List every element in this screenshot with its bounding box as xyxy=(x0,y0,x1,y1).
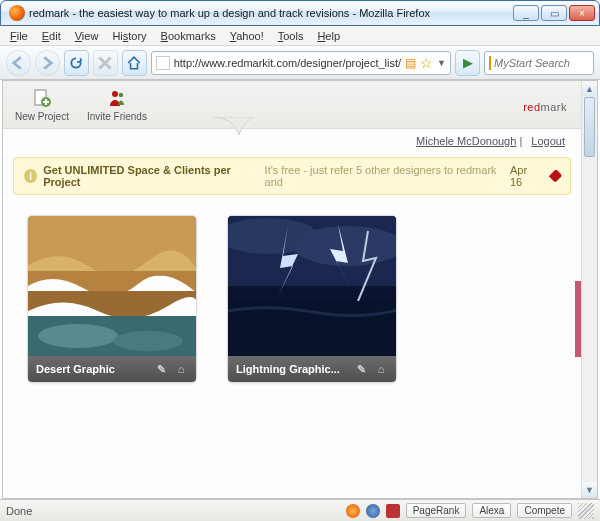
share-icon[interactable]: ⌂ xyxy=(174,362,188,376)
project-title: Desert Graphic xyxy=(36,363,115,375)
menu-edit[interactable]: Edit xyxy=(36,28,67,44)
status-icon[interactable] xyxy=(346,504,360,518)
stop-button[interactable] xyxy=(93,50,118,76)
go-button[interactable]: ▶ xyxy=(455,50,480,76)
search-box[interactable] xyxy=(484,51,594,75)
home-button[interactable] xyxy=(122,50,147,76)
status-icon[interactable] xyxy=(366,504,380,518)
pagerank-button[interactable]: PageRank xyxy=(406,503,467,518)
url-dropdown-icon[interactable]: ▼ xyxy=(437,58,446,68)
new-project-button[interactable]: New Project xyxy=(15,87,69,122)
page-icon xyxy=(156,56,170,70)
edit-icon[interactable]: ✎ xyxy=(154,362,168,376)
brand-logo: redmark xyxy=(523,91,567,117)
invite-label: Invite Friends xyxy=(87,111,147,122)
project-title: Lightning Graphic... xyxy=(236,363,340,375)
share-icon[interactable]: ⌂ xyxy=(374,362,388,376)
bookmark-star-icon[interactable]: ☆ xyxy=(420,55,433,71)
statusbar: Done PageRank Alexa Compete xyxy=(0,499,600,521)
invite-icon xyxy=(106,87,128,109)
project-caption: Desert Graphic ✎ ⌂ xyxy=(28,356,196,382)
user-name-link[interactable]: Michele McDonough xyxy=(416,135,516,147)
url-bar[interactable]: http://www.redmarkit.com/designer/projec… xyxy=(151,51,451,75)
search-input[interactable] xyxy=(494,57,600,69)
scroll-down-icon[interactable]: ▼ xyxy=(582,482,597,498)
maximize-button[interactable]: ▭ xyxy=(541,5,567,21)
logout-link[interactable]: Logout xyxy=(531,135,565,147)
scroll-up-icon[interactable]: ▲ xyxy=(582,81,597,97)
compete-button[interactable]: Compete xyxy=(517,503,572,518)
menu-bookmarks[interactable]: Bookmarks xyxy=(155,28,222,44)
minimize-button[interactable]: _ xyxy=(513,5,539,21)
vertical-scrollbar[interactable]: ▲ ▼ xyxy=(581,81,597,498)
forward-button[interactable] xyxy=(35,50,60,76)
invite-friends-button[interactable]: Invite Friends xyxy=(87,87,147,122)
svg-point-3 xyxy=(119,93,123,97)
project-grid: Desert Graphic ✎ ⌂ xyxy=(3,199,581,399)
firefox-icon xyxy=(9,5,25,21)
menu-help[interactable]: Help xyxy=(311,28,346,44)
speech-tail xyxy=(213,117,253,141)
viewport: New Project Invite Friends redmark Miche… xyxy=(2,80,598,499)
menubar: File Edit View History Bookmarks Yahoo! … xyxy=(0,26,600,46)
menu-file[interactable]: File xyxy=(4,28,34,44)
user-links: Michele McDonough | Logout xyxy=(3,129,581,153)
back-button[interactable] xyxy=(6,50,31,76)
page: New Project Invite Friends redmark Miche… xyxy=(3,81,581,498)
project-card[interactable]: Lightning Graphic... ✎ ⌂ xyxy=(227,215,397,383)
promo-sub: It's free - just refer 5 other designers… xyxy=(265,164,504,188)
alexa-button[interactable]: Alexa xyxy=(472,503,511,518)
menu-tools[interactable]: Tools xyxy=(272,28,310,44)
reload-button[interactable] xyxy=(64,50,89,76)
promo-date: Apr 16 xyxy=(510,164,541,188)
menu-view[interactable]: View xyxy=(69,28,105,44)
url-text: http://www.redmarkit.com/designer/projec… xyxy=(174,57,401,69)
promo-flag-icon xyxy=(548,169,562,183)
titlebar: redmark - the easiest way to mark up a d… xyxy=(0,0,600,26)
project-thumbnail xyxy=(228,216,397,356)
app-header: New Project Invite Friends redmark xyxy=(3,81,581,129)
status-text: Done xyxy=(6,505,32,517)
scroll-thumb[interactable] xyxy=(584,97,595,157)
svg-point-7 xyxy=(113,331,183,351)
menu-history[interactable]: History xyxy=(106,28,152,44)
menu-yahoo[interactable]: Yahoo! xyxy=(224,28,270,44)
window-title: redmark - the easiest way to mark up a d… xyxy=(29,7,513,19)
project-thumbnail xyxy=(28,216,197,356)
rss-icon[interactable]: ▤ xyxy=(405,56,416,70)
new-project-icon xyxy=(31,87,53,109)
resize-grip[interactable] xyxy=(578,503,594,519)
info-icon: i xyxy=(24,169,37,183)
svg-point-2 xyxy=(112,91,118,97)
status-icon[interactable] xyxy=(386,504,400,518)
nav-toolbar: http://www.redmarkit.com/designer/projec… xyxy=(0,46,600,80)
new-project-label: New Project xyxy=(15,111,69,122)
svg-point-6 xyxy=(38,324,118,348)
search-engine-icon[interactable] xyxy=(489,56,491,70)
project-card[interactable]: Desert Graphic ✎ ⌂ xyxy=(27,215,197,383)
promo-bold: Get UNLIMITED Space & Clients per Projec… xyxy=(43,164,258,188)
project-caption: Lightning Graphic... ✎ ⌂ xyxy=(228,356,396,382)
edit-icon[interactable]: ✎ xyxy=(354,362,368,376)
promo-banner[interactable]: i Get UNLIMITED Space & Clients per Proj… xyxy=(13,157,571,195)
close-button[interactable]: × xyxy=(569,5,595,21)
